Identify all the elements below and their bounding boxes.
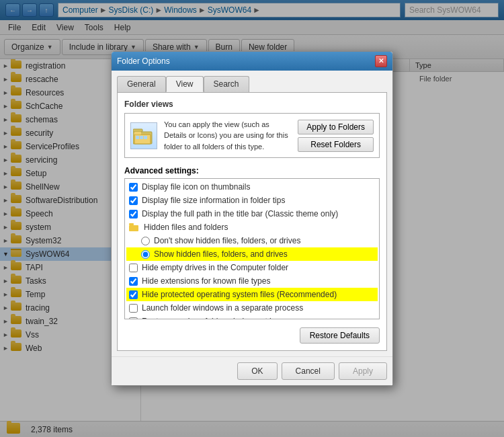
svg-rect-4 bbox=[136, 136, 139, 139]
svg-rect-6 bbox=[144, 136, 147, 139]
settings-item-restore-prev[interactable]: Restore previous folder windows at logon bbox=[126, 315, 378, 319]
hide-extensions-checkbox[interactable] bbox=[129, 277, 138, 286]
settings-item-show-hidden-radio[interactable]: Show hidden files, folders, and drives bbox=[126, 247, 378, 261]
svg-rect-3 bbox=[134, 132, 141, 134]
dialog-title: Folder Options bbox=[117, 56, 170, 66]
settings-item-thumbnails[interactable]: Display file icon on thumbnails bbox=[126, 180, 378, 194]
thumbnails-checkbox[interactable] bbox=[129, 183, 138, 192]
svg-rect-5 bbox=[140, 136, 143, 139]
settings-list[interactable]: Display file icon on thumbnails Display … bbox=[124, 178, 380, 319]
restore-prev-checkbox[interactable] bbox=[129, 317, 138, 320]
settings-item-fullpath[interactable]: Display the full path in the title bar (… bbox=[126, 207, 378, 221]
dialog-content: General View Search Folder views bbox=[112, 71, 392, 357]
settings-item-hide-protected[interactable]: Hide protected operating system files (R… bbox=[126, 288, 378, 301]
folder-stack-icon bbox=[133, 126, 155, 145]
svg-rect-1 bbox=[133, 129, 142, 132]
filesize-checkbox[interactable] bbox=[129, 196, 138, 205]
apply-to-folders-button[interactable]: Apply to Folders bbox=[298, 120, 374, 134]
reset-folders-button[interactable]: Reset Folders bbox=[298, 137, 374, 152]
settings-item-empty-drives[interactable]: Hide empty drives in the Computer folder bbox=[126, 261, 378, 274]
folder-views-box: You can apply the view (such as Details … bbox=[124, 113, 380, 159]
fullpath-checkbox[interactable] bbox=[129, 210, 138, 218]
tab-search[interactable]: Search bbox=[204, 76, 249, 92]
modal-overlay: Folder Options ✕ General View Search Fol… bbox=[0, 0, 504, 437]
apply-button[interactable]: Apply bbox=[339, 362, 387, 380]
settings-item-dontshow-radio[interactable]: Don't show hidden files, folders, or dri… bbox=[126, 234, 378, 247]
dialog-close-button[interactable]: ✕ bbox=[375, 55, 387, 67]
tab-general[interactable]: General bbox=[117, 76, 166, 92]
tab-content: Folder views bbox=[117, 92, 387, 352]
advanced-settings-label: Advanced settings: bbox=[124, 166, 380, 175]
dontshow-radio[interactable] bbox=[141, 237, 150, 245]
folder-views-description: You can apply the view (such as Details … bbox=[164, 119, 291, 153]
folder-options-dialog: Folder Options ✕ General View Search Fol… bbox=[111, 51, 393, 387]
restore-defaults-button[interactable]: Restore Defaults bbox=[300, 327, 380, 344]
ok-button[interactable]: OK bbox=[237, 362, 277, 380]
tab-bar: General View Search bbox=[117, 76, 387, 92]
settings-item-filesize[interactable]: Display file size information in folder … bbox=[126, 194, 378, 207]
show-hidden-radio[interactable] bbox=[141, 250, 150, 259]
dialog-titlebar: Folder Options ✕ bbox=[112, 52, 392, 71]
hide-protected-checkbox[interactable] bbox=[129, 290, 138, 299]
tab-view[interactable]: View bbox=[166, 76, 204, 92]
folder-views-icon bbox=[130, 122, 157, 149]
folder-views-label: Folder views bbox=[124, 100, 380, 109]
empty-drives-checkbox[interactable] bbox=[129, 264, 138, 272]
svg-rect-8 bbox=[129, 223, 134, 225]
svg-rect-7 bbox=[129, 225, 138, 231]
launch-separate-checkbox[interactable] bbox=[129, 304, 138, 313]
dialog-footer: OK Cancel Apply bbox=[112, 356, 392, 385]
settings-item-hidden-group: Hidden files and folders bbox=[126, 221, 378, 234]
folder-group-icon bbox=[129, 222, 140, 233]
folder-views-buttons: Apply to Folders Reset Folders bbox=[298, 120, 374, 152]
settings-item-launch-separate[interactable]: Launch folder windows in a separate proc… bbox=[126, 301, 378, 315]
cancel-button[interactable]: Cancel bbox=[282, 362, 335, 380]
settings-item-hide-extensions[interactable]: Hide extensions for known file types bbox=[126, 274, 378, 288]
